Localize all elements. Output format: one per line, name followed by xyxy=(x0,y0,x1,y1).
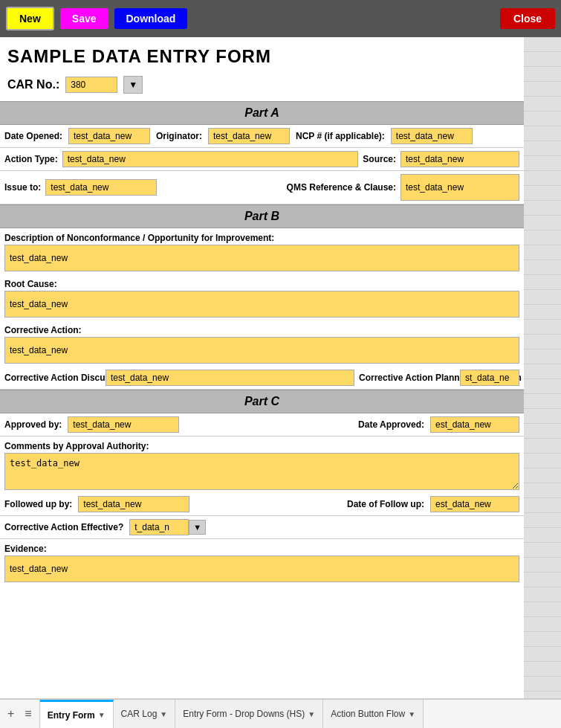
row-date-orig: Date Opened: Originator: NCP # (if appli… xyxy=(0,125,524,148)
grid-line xyxy=(524,617,561,632)
grid-line xyxy=(524,558,561,573)
date-follow-input[interactable] xyxy=(430,496,519,512)
tab-entry-form-dropdowns-arrow: ▼ xyxy=(308,710,315,718)
grid-line xyxy=(524,543,561,558)
followed-by-label: Followed up by: xyxy=(4,499,72,509)
grid-line xyxy=(524,468,561,483)
action-type-input[interactable] xyxy=(62,151,359,167)
grid-line xyxy=(524,677,561,692)
ca-planned-input[interactable] xyxy=(460,370,519,386)
grid-line xyxy=(524,454,561,468)
grid-line xyxy=(524,439,561,454)
originator-input[interactable] xyxy=(208,128,290,144)
corrective-action-label: Corrective Action: xyxy=(0,320,524,337)
row-approved: Approved by: Date Approved: xyxy=(0,413,524,437)
grid-line xyxy=(524,171,561,186)
grid-line xyxy=(524,260,561,275)
description-input[interactable] xyxy=(4,245,519,271)
corrective-action-input[interactable] xyxy=(4,337,519,364)
tab-action-button-flow-arrow: ▼ xyxy=(408,710,415,718)
car-no-row: CAR No.: ▼ xyxy=(0,73,524,101)
issue-to-input[interactable] xyxy=(45,179,157,196)
part-a-header: Part A xyxy=(0,101,524,125)
row-ca-effective: Corrective Action Effective? ▼ xyxy=(0,516,524,539)
ca-discussed-group: Corrective Action Discussed with and Agr… xyxy=(4,370,354,386)
grid-line xyxy=(524,290,561,305)
grid-line xyxy=(524,528,561,543)
grid-line xyxy=(524,201,561,216)
grid-line xyxy=(524,662,561,677)
grid-line xyxy=(524,632,561,647)
ncp-label: NCP # (if applicable): xyxy=(296,131,385,141)
grid-line xyxy=(524,335,561,349)
tab-bar-icons: + ≡ xyxy=(0,700,40,728)
tab-entry-form-dropdowns[interactable]: Entry Form - Drop Downs (HS) ▼ xyxy=(175,700,323,728)
right-column xyxy=(524,37,561,706)
car-no-dropdown-arrow[interactable]: ▼ xyxy=(123,76,143,94)
grid-line xyxy=(524,156,561,171)
tab-entry-form[interactable]: Entry Form ▼ xyxy=(40,700,114,728)
grid-line xyxy=(524,67,561,82)
form-title: SAMPLE DATA ENTRY FORM xyxy=(0,37,524,73)
grid-line xyxy=(524,349,561,364)
sheet-list-icon[interactable]: ≡ xyxy=(22,706,34,722)
grid-line xyxy=(524,82,561,97)
grid-line xyxy=(524,231,561,245)
root-cause-input[interactable] xyxy=(4,291,519,318)
date-opened-label: Date Opened: xyxy=(4,131,62,141)
grid-line xyxy=(524,587,561,602)
grid-line xyxy=(524,97,561,112)
qms-input[interactable] xyxy=(401,174,519,201)
date-approved-input[interactable] xyxy=(430,416,519,433)
ca-discussed-input[interactable] xyxy=(106,370,354,386)
qms-label: QMS Reference & Clause: xyxy=(287,182,396,193)
followed-by-input[interactable] xyxy=(78,496,189,512)
ca-effective-dropdown-arrow[interactable]: ▼ xyxy=(189,520,206,535)
grid-line xyxy=(524,647,561,662)
tab-entry-form-label: Entry Form xyxy=(48,710,95,721)
tab-action-button-flow-label: Action Button Flow xyxy=(331,709,405,719)
evidence-input[interactable] xyxy=(4,555,519,582)
date-opened-input[interactable] xyxy=(68,128,150,144)
action-type-label: Action Type: xyxy=(4,154,58,164)
tab-car-log-label: CAR Log xyxy=(121,709,158,719)
close-button[interactable]: Close xyxy=(500,8,555,29)
row-issue-qms: Issue to: QMS Reference & Clause: xyxy=(0,171,524,204)
source-label: Source: xyxy=(363,154,396,164)
approved-by-label: Approved by: xyxy=(4,419,62,430)
description-label: Description of Nonconformance / Opportun… xyxy=(0,228,524,245)
ca-discussed-label: Corrective Action Discussed with and Agr… xyxy=(4,373,101,383)
car-no-input[interactable] xyxy=(65,77,117,93)
grid-line xyxy=(524,275,561,290)
source-input[interactable] xyxy=(401,151,519,167)
comments-textarea[interactable]: test_data_new xyxy=(4,453,519,490)
ncp-input[interactable] xyxy=(391,128,473,144)
tab-car-log[interactable]: CAR Log ▼ xyxy=(114,700,176,728)
ca-effective-input[interactable] xyxy=(129,519,189,535)
grid-line xyxy=(524,320,561,335)
comments-label: Comments by Approval Authority: xyxy=(0,437,524,453)
grid-line xyxy=(524,126,561,141)
grid-line xyxy=(524,602,561,617)
grid-line xyxy=(524,186,561,201)
tab-action-button-flow[interactable]: Action Button Flow ▼ xyxy=(323,700,424,728)
ca-planned-group: Corrective Action Planned Completion Dat… xyxy=(359,370,519,386)
toolbar: New Save Download Close xyxy=(0,0,561,37)
grid-line xyxy=(524,498,561,513)
save-button[interactable]: Save xyxy=(60,8,108,29)
add-sheet-icon[interactable]: + xyxy=(4,706,17,722)
car-no-label: CAR No.: xyxy=(7,78,59,91)
date-approved-label: Date Approved: xyxy=(358,419,424,430)
download-button[interactable]: Download xyxy=(114,8,188,29)
new-button[interactable]: New xyxy=(6,7,54,30)
grid-line xyxy=(524,394,561,409)
tab-bar: + ≡ Entry Form ▼ CAR Log ▼ Entry Form - … xyxy=(0,698,561,728)
part-c-header: Part C xyxy=(0,390,524,413)
approved-by-input[interactable] xyxy=(68,416,179,433)
grid-line xyxy=(524,573,561,587)
grid-line xyxy=(524,483,561,498)
form-area: SAMPLE DATA ENTRY FORM CAR No.: ▼ Part A… xyxy=(0,37,524,706)
grid-line xyxy=(524,37,561,52)
grid-line xyxy=(524,245,561,260)
grid-line xyxy=(524,216,561,231)
